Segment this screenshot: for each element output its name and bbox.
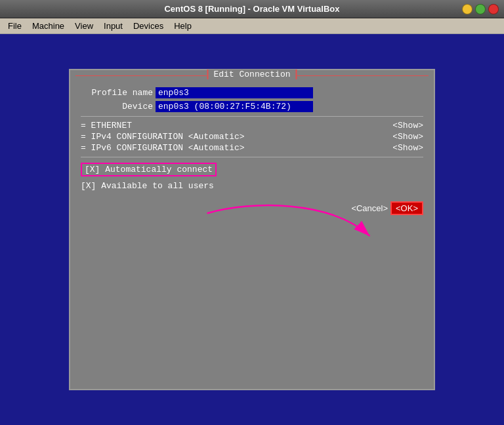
menu-help[interactable]: Help (169, 20, 197, 32)
checkbox-area: [X] Automatically connect [X] Available … (81, 163, 423, 191)
form-area: Profile name enp0s3 Device enp0s3 (08:00… (81, 87, 423, 215)
separator (81, 116, 423, 117)
menu-bar: File Machine View Input Devices Help (0, 18, 504, 34)
ethernet-section: = ETHERNET <Show> (81, 121, 423, 131)
separator2 (81, 157, 423, 157)
auto-connect-checkbox[interactable]: [X] Automatically connect (81, 163, 217, 176)
menu-view[interactable]: View (70, 20, 98, 32)
menu-input[interactable]: Input (98, 20, 128, 32)
device-value[interactable]: enp0s3 (08:00:27:F5:4B:72) (156, 101, 313, 112)
menu-file[interactable]: File (3, 20, 27, 32)
dialog-title: Edit Connection (207, 70, 297, 79)
vm-display: Edit Connection Profile name enp0s3 Devi… (0, 34, 504, 425)
dialog-buttons: <Cancel> <OK> (81, 201, 423, 215)
profile-name-label: Profile name (81, 88, 153, 98)
available-users-checkbox[interactable]: [X] Available to all users (81, 181, 214, 191)
window-controls (462, 4, 499, 14)
ipv6-section: = IPv6 CONFIGURATION <Automatic> <Show> (81, 143, 423, 153)
terminal-window: Edit Connection Profile name enp0s3 Devi… (69, 69, 435, 390)
menu-machine[interactable]: Machine (27, 20, 70, 32)
ipv6-label: = IPv6 CONFIGURATION <Automatic> (81, 143, 245, 153)
ipv6-show[interactable]: <Show> (392, 143, 423, 153)
minimize-button[interactable] (462, 4, 472, 14)
window-title: CentOS 8 [Running] - Oracle VM VirtualBo… (164, 4, 339, 14)
ipv4-label: = IPv4 CONFIGURATION <Automatic> (81, 132, 245, 142)
ipv4-section: = IPv4 CONFIGURATION <Automatic> <Show> (81, 132, 423, 142)
maximize-button[interactable] (475, 4, 486, 14)
ethernet-label: = ETHERNET (81, 121, 132, 131)
ok-button[interactable]: <OK> (390, 201, 423, 215)
device-row: Device enp0s3 (08:00:27:F5:4B:72) (81, 101, 423, 112)
ethernet-show[interactable]: <Show> (392, 121, 423, 131)
title-bar: CentOS 8 [Running] - Oracle VM VirtualBo… (0, 0, 504, 18)
device-label: Device (81, 102, 153, 111)
profile-name-value[interactable]: enp0s3 (156, 87, 313, 98)
profile-name-row: Profile name enp0s3 (81, 87, 423, 98)
close-button[interactable] (488, 4, 499, 14)
ipv4-show[interactable]: <Show> (392, 132, 423, 142)
menu-devices[interactable]: Devices (128, 20, 169, 32)
cancel-button[interactable]: <Cancel> (351, 203, 388, 213)
